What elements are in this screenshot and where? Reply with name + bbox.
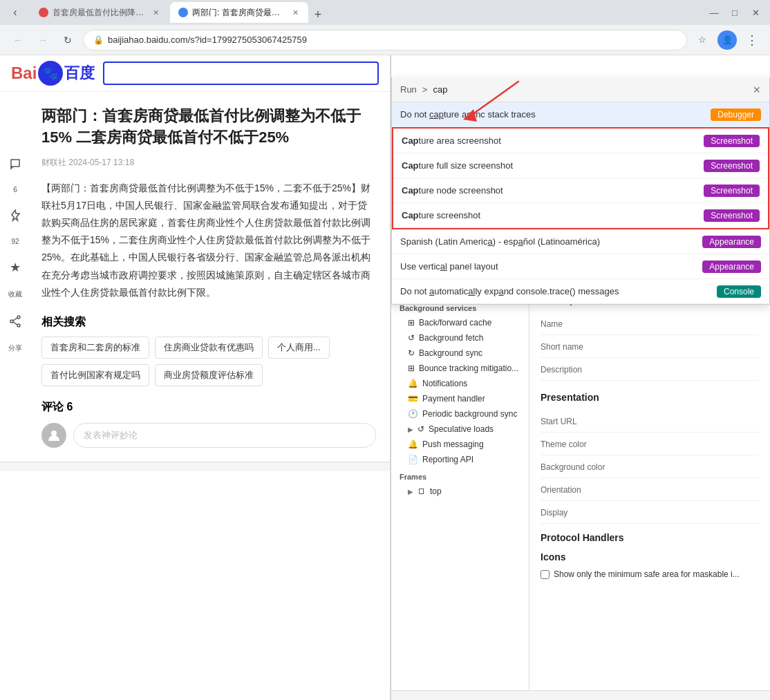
tab-1[interactable]: 首套房最低首付比例降至15%... ✕ [30, 2, 169, 23]
cmd-item-text-2: Capture area screenshot [402, 135, 698, 146]
forward-nav-button[interactable]: → [33, 30, 53, 50]
cmd-item-async-traces[interactable]: Do not capture async stack traces Debugg… [392, 102, 769, 127]
sidebar-item-payment[interactable]: 💳 Payment handler [391, 391, 529, 406]
page-sidebar: 6 92 ★ 收藏 分享 [0, 147, 30, 359]
cmd-badge-console: Console [717, 285, 761, 298]
back-forward-icon: ⊞ [408, 318, 415, 328]
cmd-item-text-6: Spanish (Latin America) - español (Latin… [400, 236, 697, 247]
bookmark-button[interactable]: ☆ [693, 30, 712, 50]
sidebar-item-bg-fetch[interactable]: ↺ Background fetch [391, 330, 529, 346]
menu-button[interactable]: ⋮ [742, 30, 762, 50]
cmd-chevron: > [422, 84, 428, 95]
article-area: 两部门：首套房商贷最低首付比例调整为不低于15% 二套房商贷最低首付不低于25%… [0, 92, 390, 462]
bounce-icon: ⊞ [408, 363, 415, 373]
cmd-item-console-trace[interactable]: Do not automatically expand console.trac… [392, 279, 769, 304]
back-button[interactable]: ‹ [6, 3, 25, 22]
cmd-badge-screenshot-3: Screenshot [704, 185, 760, 197]
tab1-favicon [39, 8, 48, 17]
baidu-logo: Bai 🐾 百度 [11, 61, 95, 86]
webpage-scrollbar[interactable] [0, 462, 390, 471]
tab-2[interactable]: 两部门: 首套房商贷最低首付... ✕ [170, 2, 308, 23]
baidu-search-input[interactable] [103, 62, 379, 85]
cmd-item-spanish[interactable]: Spanish (Latin America) - español (Latin… [392, 229, 769, 254]
related-tag-5[interactable]: 商业房贷额度评估标准 [155, 364, 263, 386]
cmd-item-screenshot[interactable]: Capture screenshot Screenshot [393, 203, 768, 228]
sidebar-item-bg-sync[interactable]: ↻ Background sync [391, 346, 529, 361]
related-tag-3[interactable]: 个人商用... [268, 337, 330, 359]
cmd-input-field[interactable] [433, 84, 747, 95]
cmd-close-button[interactable]: ✕ [753, 84, 761, 95]
comments-title: 评论 6 [41, 400, 376, 415]
presentation-form: Start URL Theme color Background color [541, 410, 759, 524]
tab2-close[interactable]: ✕ [291, 7, 300, 19]
maximize-button[interactable]: □ [726, 3, 744, 21]
url-bar[interactable]: 🔒 baijiahao.baidu.com/s?id=1799275053067… [83, 30, 687, 50]
related-tag-1[interactable]: 首套房和二套房的标准 [41, 337, 149, 359]
cmd-item-text-7: Use vertical panel layout [400, 261, 697, 272]
name-label: Name [541, 318, 637, 329]
sidebar-item-periodic-bg[interactable]: 🕐 Periodic background sync [391, 406, 529, 422]
bg-fetch-icon: ↺ [408, 333, 415, 343]
reporting-icon: 📄 [408, 455, 418, 464]
sidebar-item-reporting[interactable]: 📄 Reporting API [391, 452, 529, 467]
minimize-button[interactable]: — [705, 3, 723, 21]
speculative-label: Speculative loads [429, 424, 494, 434]
title-bar: ‹ 首套房最低首付比例降至15%... ✕ 两部门: 首套房商贷最低首付... … [0, 0, 770, 25]
browser-window: ‹ 首套房最低首付比例降至15%... ✕ 两部门: 首套房商贷最低首付... … [0, 0, 770, 700]
star-icon[interactable]: ★ [4, 256, 26, 278]
sidebar-item-bounce-tracking[interactable]: ⊞ Bounce tracking mitigatio... [391, 361, 529, 376]
devtools-content: ⊞ Shared storage ⊞ Cache storage Backgro… [391, 263, 770, 690]
comment-input-area: 发表神评妙论 [41, 423, 376, 448]
presentation-section-title: Presentation [541, 392, 759, 403]
sidebar-item-notifications[interactable]: 🔔 Notifications [391, 376, 529, 391]
cmd-badge-screenshot-4: Screenshot [704, 209, 760, 222]
bg-fetch-label: Background fetch [419, 333, 483, 343]
protocol-section-title: Protocol Handlers [541, 532, 759, 543]
window-controls: — □ ✕ [705, 3, 764, 21]
periodic-label: Periodic background sync [422, 409, 517, 419]
close-button[interactable]: ✕ [746, 3, 764, 21]
frames-header[interactable]: Frames [391, 470, 529, 484]
speculative-icon: ↺ [417, 424, 424, 434]
icons-section-title: Icons [541, 551, 759, 562]
cmd-item-fullsize-screenshot[interactable]: Capture full size screenshot Screenshot [393, 153, 768, 178]
lock-icon: 🔒 [93, 35, 104, 45]
frames-section: Frames ▶ 🗌 top [391, 470, 529, 499]
maskable-label: Show only the minimum safe area for mask… [554, 569, 740, 579]
article-title: 两部门：首套房商贷最低首付比例调整为不低于15% 二套房商贷最低首付不低于25% [41, 106, 376, 149]
tab1-close[interactable]: ✕ [151, 7, 160, 19]
new-tab-button[interactable]: + [310, 6, 326, 23]
like-icon[interactable] [4, 205, 26, 227]
comment-sidebar-icon[interactable] [4, 153, 26, 175]
cmd-item-node-screenshot[interactable]: Capture node screenshot Screenshot [393, 178, 768, 203]
cmd-item-vertical-panel[interactable]: Use vertical panel layout Appearance [392, 254, 769, 279]
name-row: Name [541, 312, 759, 335]
back-forward-label: Back/forward cache [419, 318, 491, 328]
related-tag-2[interactable]: 住房商业贷款有优惠吗 [155, 337, 263, 359]
sidebar-item-back-forward[interactable]: ⊞ Back/forward cache [391, 315, 529, 330]
app-main: ⚠ Page has no manifest <link> URL Identi… [529, 263, 770, 690]
comments-section: 评论 6 发表神评妙论 [41, 400, 376, 448]
sidebar-item-top-frame[interactable]: ▶ 🗌 top [391, 484, 529, 499]
svg-point-5 [51, 431, 57, 436]
share-icon[interactable] [4, 310, 26, 332]
comment-input-box[interactable]: 发表神评妙论 [73, 423, 376, 448]
push-label: Push messaging [422, 439, 484, 449]
sidebar-item-speculative[interactable]: ▶ ↺ Speculative loads [391, 422, 529, 437]
comment-count: 6 [13, 186, 17, 193]
cmd-item-text-8: Do not automatically expand console.trac… [400, 286, 711, 296]
cmd-badge-debugger: Debugger [711, 108, 761, 121]
sidebar-item-push[interactable]: 🔔 Push messaging [391, 437, 529, 452]
orientation-row: Orientation [541, 478, 759, 501]
related-tag-4[interactable]: 首付比例国家有规定吗 [41, 364, 149, 386]
notifications-label: Notifications [422, 379, 467, 388]
cmd-item-area-screenshot[interactable]: Capture area screenshot Screenshot [393, 129, 768, 153]
devtools-scrollbar[interactable] [391, 690, 770, 700]
reload-button[interactable]: ↻ [58, 30, 77, 50]
periodic-icon: 🕐 [408, 409, 418, 419]
profile-button[interactable]: 👤 [717, 30, 737, 50]
share-label: 分享 [8, 343, 22, 353]
collect-label: 收藏 [8, 290, 22, 299]
back-nav-button[interactable]: ← [8, 30, 28, 50]
maskable-checkbox[interactable] [541, 570, 550, 579]
